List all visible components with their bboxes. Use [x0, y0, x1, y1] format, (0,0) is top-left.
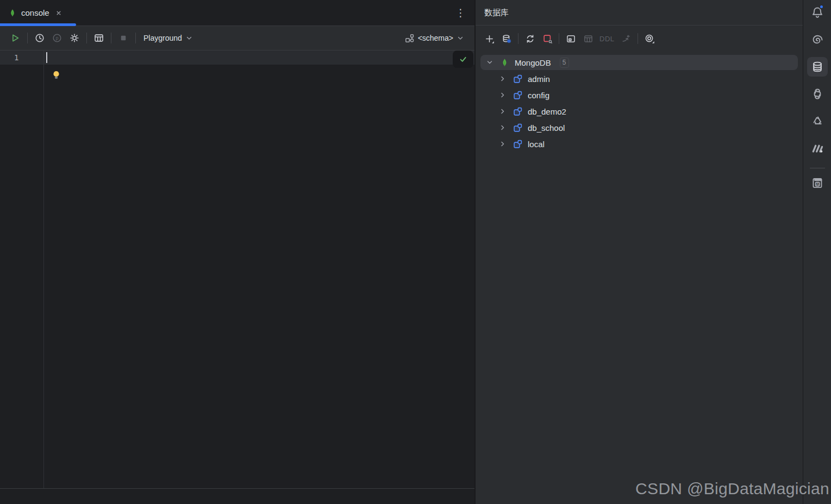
svg-text:p: p [55, 35, 58, 41]
schema-label: <schema> [418, 34, 453, 42]
python-packages-icon[interactable] [807, 84, 828, 104]
toolbar-separator [638, 33, 638, 44]
mongodb-leaf-icon [9, 9, 16, 17]
tree-item-label: local [528, 140, 545, 149]
chevron-right-icon[interactable] [499, 124, 506, 131]
documentation-book-icon[interactable]: A [807, 173, 828, 193]
toolbar-separator [111, 33, 111, 43]
tree-row-db_demo2[interactable]: db_demo2 [476, 103, 803, 119]
chevron-right-icon[interactable] [499, 75, 506, 82]
tree-item-label: admin [528, 74, 550, 84]
run-button[interactable] [8, 30, 23, 46]
triangle-knot-icon[interactable] [807, 111, 828, 131]
profiler-icon[interactable]: p [49, 30, 65, 46]
database-count-badge: 5 [560, 58, 569, 68]
database-schema-icon [513, 74, 522, 84]
tree-row-local[interactable]: local [476, 136, 803, 152]
active-tab-indicator [0, 23, 76, 26]
tree-item-label: db_school [528, 123, 565, 133]
database-schema-icon [513, 107, 522, 116]
datasource-properties-icon[interactable] [499, 32, 514, 46]
chevron-down-icon [457, 35, 464, 41]
stop-button[interactable] [116, 30, 131, 46]
stripe-divider [810, 168, 825, 168]
disconnect-icon[interactable] [540, 32, 554, 46]
toolbar-separator [135, 33, 136, 43]
tree-item-label: db_demo2 [528, 107, 566, 116]
spiral-tool-icon[interactable] [807, 30, 828, 49]
database-tool-window: 数据库 DDL [474, 0, 803, 504]
right-tool-stripe: A [803, 0, 831, 504]
database-panel-title: 数据库 [484, 8, 509, 18]
inspections-status-widget[interactable] [453, 51, 473, 68]
table-data-icon-disabled[interactable] [581, 32, 595, 46]
schema-selector[interactable]: <schema> [402, 32, 467, 45]
editor-gutter: 1 [0, 51, 44, 488]
chevron-down-icon [186, 35, 192, 41]
chevron-right-icon[interactable] [499, 108, 506, 115]
chevron-down-icon[interactable] [486, 59, 493, 66]
database-toolbar: DDL [476, 26, 803, 52]
toolbar-separator [86, 33, 87, 43]
mongodb-leaf-icon [500, 58, 509, 67]
refresh-icon[interactable] [523, 32, 537, 46]
bottom-strip [0, 489, 474, 504]
kebab-menu-icon[interactable]: ⋮ [455, 0, 466, 26]
database-tree: MongoDB 5 admin config [476, 54, 803, 152]
close-icon[interactable] [54, 9, 63, 17]
database-panel-header: 数据库 [476, 0, 803, 26]
chevron-right-icon[interactable] [499, 141, 506, 147]
line-number: 1 [14, 51, 18, 65]
current-line-highlight [0, 51, 474, 65]
editor-surface[interactable]: 1 [0, 51, 474, 488]
query-console-icon[interactable] [564, 32, 578, 46]
tree-row-db_school[interactable]: db_school [476, 119, 803, 136]
schema-icon [405, 34, 414, 43]
notification-dot [819, 4, 824, 9]
intention-lightbulb-icon[interactable] [52, 70, 61, 80]
toolbar-separator [27, 33, 28, 43]
tab-console[interactable]: console [0, 0, 71, 26]
diagonal-stripes-icon[interactable] [807, 138, 828, 158]
text-cursor [46, 52, 47, 63]
ddl-button[interactable]: DDL [599, 35, 615, 43]
tab-title: console [21, 8, 49, 17]
tree-row-config[interactable]: config [476, 87, 803, 103]
playground-label: Playground [143, 34, 182, 42]
editor-pane: console ⋮ p [0, 0, 474, 504]
history-clock-icon[interactable] [32, 30, 47, 46]
check-icon [459, 55, 467, 64]
editor-tab-bar: console ⋮ [0, 0, 474, 26]
editor-toolbar: p Playground [0, 26, 474, 51]
database-tool-icon[interactable] [807, 57, 828, 77]
tree-row-mongodb[interactable]: MongoDB 5 [476, 54, 803, 71]
database-schema-icon [513, 91, 522, 100]
ide-window: console ⋮ p [0, 0, 831, 504]
tree-item-label: config [528, 91, 549, 100]
navigate-arrows-icon-disabled[interactable] [619, 32, 633, 46]
notifications-bell-icon[interactable] [807, 3, 828, 22]
tree-root-label: MongoDB [515, 58, 551, 67]
settings-gear-icon[interactable] [67, 30, 82, 46]
chevron-right-icon[interactable] [499, 92, 506, 98]
toolbar-separator [559, 33, 559, 44]
database-schema-icon [513, 140, 522, 149]
add-datasource-button[interactable] [482, 32, 496, 46]
tree-row-admin[interactable]: admin [476, 71, 803, 87]
playground-dropdown[interactable]: Playground [140, 32, 196, 44]
table-view-icon[interactable] [91, 30, 107, 46]
toolbar-separator [518, 33, 518, 44]
view-options-eye-icon[interactable] [642, 32, 657, 46]
database-schema-icon [513, 123, 522, 133]
